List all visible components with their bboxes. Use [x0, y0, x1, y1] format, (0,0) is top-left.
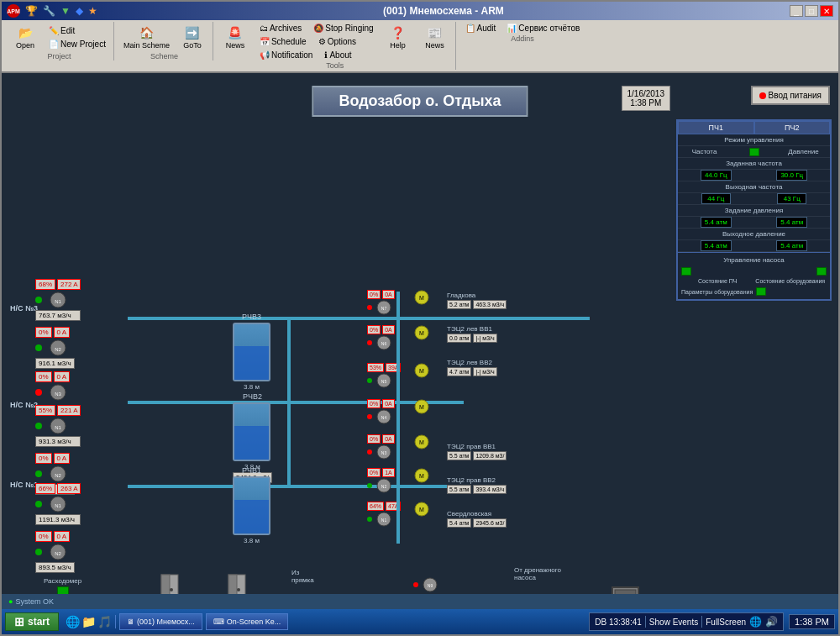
cp-n3-status: [367, 449, 372, 455]
cp-n2-svg: N2: [374, 478, 395, 493]
options-button[interactable]: ⚙ Options: [314, 35, 360, 48]
flowmeter-group: Расходомер: [44, 577, 81, 594]
addins-btns: 📋 Audit 📊 Сервис отчётов: [461, 22, 585, 34]
panel-row-mode: Режим управления: [678, 134, 830, 146]
ns1-pump-n1: 66% 263 A N1 1191.3 м3/ч: [35, 483, 81, 525]
gladkova-flow: 463.3 м3/ч: [473, 300, 507, 309]
audit-icon: 📋: [465, 24, 475, 33]
news-button[interactable]: 📰 News: [418, 22, 452, 61]
open-button[interactable]: 📂 Open: [8, 22, 42, 52]
help-button[interactable]: ❓ Help: [381, 22, 415, 61]
bottom-pump-n9: N9: [413, 577, 441, 592]
params-label: Параметры оборудования: [681, 289, 753, 295]
panel-header: ПЧ1 ПЧ2: [678, 121, 830, 134]
close-btn[interactable]: ✕: [820, 5, 833, 17]
ie-icon[interactable]: 🌐: [66, 615, 80, 628]
rchv1-group: РЧВ1 3.8 м: [233, 466, 270, 544]
clock-display: 1:38 PM: [789, 614, 835, 629]
tray-divider-2: [701, 616, 702, 628]
svg-text:N1: N1: [55, 503, 61, 508]
tools-row1: 🗂 Archives 🔕 Stop Ringing: [255, 22, 378, 34]
panel-pressure-text: Давление: [777, 146, 830, 157]
schedule-button[interactable]: 📅 Schedule: [255, 35, 311, 48]
maximize-btn[interactable]: □: [805, 5, 818, 17]
main-scheme-button[interactable]: 🏠 Main Scheme: [119, 22, 174, 52]
shkaf-icon: [611, 586, 640, 594]
motor-n4: M: [413, 399, 430, 414]
tec2-prav-vv2-label: ТЭЦ2 прав ВВ2: [447, 476, 507, 484]
svg-rect-43: [161, 575, 170, 594]
rchv3-label: РЧВ3: [233, 313, 270, 321]
audit-button[interactable]: 📋 Audit: [461, 22, 501, 34]
panel-exit-freq-label: Выходная частота: [678, 181, 830, 192]
ns2-n1-amp: 221 A: [57, 405, 81, 416]
about-button[interactable]: ℹ About: [320, 49, 355, 61]
pipe-main-h3: [128, 485, 464, 488]
goto-button[interactable]: ➡️ GoTo: [176, 22, 209, 52]
archives-icon: 🗂: [260, 24, 268, 33]
pump-n2-ns3-svg: N2: [45, 339, 71, 356]
rchv3-level: 3.8 м: [233, 383, 270, 391]
toolbar-row: 📂 Open ✏️ Edit 📄 New Project: [5, 22, 835, 70]
notif-item-1: ● System OK: [8, 597, 54, 606]
ns1-n2-pct: 0%: [35, 531, 52, 542]
ns2-n1-flow: 931.3 м3/ч: [35, 436, 81, 447]
panel-exit-davl-val1: 5.4 атм: [678, 240, 754, 251]
panel-row-zadanie-davl-vals: 5.4 атм 5.4 атм: [678, 217, 830, 229]
addins-group-label: Addins: [461, 34, 585, 43]
new-project-button[interactable]: 📄 New Project: [45, 38, 110, 50]
stop-ringing-button[interactable]: 🔕 Stop Ringing: [309, 22, 377, 34]
cp-n6-pct: 0%: [367, 325, 381, 334]
taskbar-item-arm[interactable]: 🖥 (001) Мнемосх...: [119, 613, 202, 630]
panel-header-pch2: ПЧ2: [754, 121, 831, 134]
toolbar-group-tools: 🚨 News 🗂 Archives 🔕 Stop Ringing: [215, 22, 456, 70]
taskbar-right: DB 13:38:41 Show Events FullScreen 🌐 🔊 1…: [589, 612, 835, 631]
network-icon: 🌐: [749, 616, 762, 628]
cp-n7-amp: 0A: [382, 290, 395, 299]
minimize-btn[interactable]: _: [790, 5, 803, 17]
door1-group: Дверь в помещ с П: [149, 573, 191, 594]
cp-n4-amp: 0A: [382, 399, 395, 408]
media-icon[interactable]: 🎵: [97, 615, 112, 628]
new-project-icon: 📄: [49, 39, 59, 49]
zadanie-davl-val2: 5.4 атм: [776, 217, 807, 228]
cp-n2-amp: 1A: [382, 468, 395, 477]
start-button[interactable]: ⊞ start: [5, 612, 59, 631]
power-button[interactable]: Ввод питания: [751, 86, 830, 105]
quick-launch: 🌐 📁 🎵: [62, 615, 116, 628]
cp-n7-status: [367, 305, 372, 310]
help-icon: ❓: [390, 24, 407, 41]
notif-bar: ● System OK: [2, 594, 838, 609]
svg-text:N5: N5: [381, 379, 387, 384]
main-content: Водозабор о. Отдыха 1/16/2013 1:38 PM Вв…: [2, 73, 838, 609]
ns3-n1-pct: 68%: [35, 279, 55, 290]
panel-row-freq-label: Частота Давление: [678, 146, 830, 158]
svg-text:M: M: [419, 368, 424, 374]
show-events[interactable]: Show Events: [649, 618, 698, 627]
about-icon: ℹ: [324, 50, 328, 60]
alarms-button[interactable]: 🚨 News: [218, 22, 252, 61]
date-display: 1/16/2013 1:38 PM: [622, 86, 671, 111]
panel-zadannaya-label: Заданная частота: [678, 158, 830, 169]
edit-button[interactable]: ✏️ Edit: [45, 24, 110, 37]
rchv2-fill: [234, 426, 269, 460]
notification-button[interactable]: 📢 Notification: [255, 49, 317, 61]
title-icon-1: 🏆: [25, 5, 38, 17]
archives-button[interactable]: 🗂 Archives: [255, 22, 306, 34]
fullscreen[interactable]: FullScreen: [706, 618, 746, 627]
zadannaya-val1: 44.0 Гц: [701, 170, 732, 181]
ns1-n1-pct: 66%: [35, 483, 55, 494]
service-reports-button[interactable]: 📊 Сервис отчётов: [502, 22, 584, 34]
taskbar-item-keyboard[interactable]: ⌨ On-Screen Ke...: [206, 613, 289, 630]
windows-logo: ⊞: [14, 615, 24, 628]
zadannaya-val2: 30.0 Гц: [776, 170, 807, 181]
alarms-icon: 🚨: [227, 24, 244, 41]
svg-text:N2: N2: [55, 347, 61, 352]
scheme-btns: 🏠 Main Scheme ➡️ GoTo: [119, 22, 209, 52]
folder-icon-taskbar[interactable]: 📁: [81, 615, 96, 628]
panel-freq-ind: [731, 148, 777, 156]
stop-ringing-icon: 🔕: [313, 24, 323, 33]
rchv1-label: РЧВ1: [233, 466, 270, 475]
ns3-n2-status: [35, 344, 42, 351]
panel-exit-davl-label: Выходное давление: [678, 229, 830, 239]
